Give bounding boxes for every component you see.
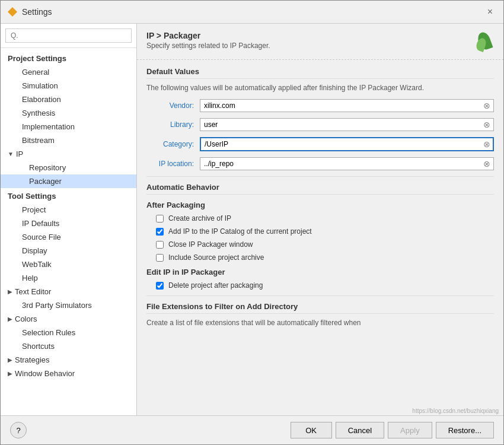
xilinx-logo <box>470 31 494 55</box>
help-button[interactable]: ? <box>10 422 27 438</box>
close-packager-checkbox[interactable] <box>156 241 164 249</box>
category-input[interactable] <box>200 137 494 151</box>
sidebar-item-elaboration[interactable]: Elaboration <box>1 93 136 106</box>
file-extensions-desc: Create a list of file extensions that wi… <box>146 319 494 327</box>
sidebar-item-webtalk[interactable]: WebTalk <box>1 258 136 271</box>
dialog-title: Settings <box>22 7 52 17</box>
sidebar-item-strategies[interactable]: ▶ Strategies <box>1 353 136 367</box>
panel-subtitle: Specify settings related to IP Packager. <box>146 42 270 50</box>
sidebar: Project Settings General Simulation Elab… <box>1 24 137 415</box>
sidebar-item-selection-rules[interactable]: Selection Rules <box>1 326 136 339</box>
close-button[interactable]: × <box>484 5 496 18</box>
edit-ip-section: Edit IP in IP Packager Delete project af… <box>146 268 494 290</box>
add-to-catalog-row: Add IP to the IP Catalog of the current … <box>146 227 494 236</box>
strategies-label: Strategies <box>15 355 50 364</box>
ip-location-label: IP location: <box>146 160 200 168</box>
main-panel: IP > Packager Specify settings related t… <box>137 24 503 415</box>
sidebar-item-implementation[interactable]: Implementation <box>1 120 136 134</box>
default-values-desc: The following values will be automatical… <box>146 84 494 92</box>
sidebar-item-simulation[interactable]: Simulation <box>1 79 136 93</box>
watermark: https://blog.csdn.net/buzhiqxiang <box>137 406 503 415</box>
vendor-input-wrap: ⊗ <box>200 99 494 112</box>
title-bar: Settings × <box>1 1 503 24</box>
tree: Project Settings General Simulation Elab… <box>1 48 136 415</box>
sidebar-item-project[interactable]: Project <box>1 203 136 217</box>
library-label: Library: <box>146 120 200 129</box>
library-input-wrap: ⊗ <box>200 118 494 131</box>
search-box <box>1 24 136 48</box>
vendor-clear-button[interactable]: ⊗ <box>481 101 493 110</box>
category-row: Category: ⊗ <box>146 137 494 151</box>
create-archive-row: Create archive of IP <box>146 214 494 223</box>
auto-behavior-title: Automatic Behavior <box>146 183 494 195</box>
content-area: Project Settings General Simulation Elab… <box>1 24 503 415</box>
delete-project-checkbox[interactable] <box>156 282 164 290</box>
library-clear-button[interactable]: ⊗ <box>481 120 493 129</box>
sidebar-item-colors[interactable]: ▶ Colors <box>1 312 136 326</box>
include-source-checkbox[interactable] <box>156 254 164 262</box>
library-row: Library: ⊗ <box>146 118 494 131</box>
category-clear-button[interactable]: ⊗ <box>481 139 493 149</box>
panel-breadcrumb: IP > Packager <box>146 31 270 40</box>
sidebar-item-general[interactable]: General <box>1 65 136 79</box>
apply-button[interactable]: Apply <box>388 422 432 438</box>
ok-button[interactable]: OK <box>291 422 332 438</box>
colors-arrow: ▶ <box>8 316 12 322</box>
edit-ip-title: Edit IP in IP Packager <box>146 268 494 276</box>
default-values-title: Default Values <box>146 67 494 79</box>
vendor-row: Vendor: ⊗ <box>146 99 494 112</box>
separator1 <box>146 176 494 177</box>
after-packaging-title: After Packaging <box>146 201 494 209</box>
settings-dialog: Settings × Project Settings General Simu… <box>0 0 504 445</box>
strategies-arrow: ▶ <box>8 357 12 363</box>
ip-expand-arrow: ▼ <box>8 151 14 157</box>
sidebar-item-help[interactable]: Help <box>1 271 136 285</box>
ip-location-input[interactable] <box>200 157 494 170</box>
category-label: Category: <box>146 140 200 148</box>
sidebar-item-ip-defaults[interactable]: IP Defaults <box>1 217 136 230</box>
category-input-wrap: ⊗ <box>200 137 494 151</box>
separator2 <box>146 295 494 296</box>
sidebar-item-ip-group[interactable]: ▼ IP <box>1 147 136 161</box>
sidebar-item-3rd-party[interactable]: 3rd Party Simulators <box>1 298 136 312</box>
sidebar-item-source-file[interactable]: Source File <box>1 230 136 244</box>
text-editor-label: Text Editor <box>15 287 51 296</box>
ip-group-label: IP <box>16 150 23 158</box>
sidebar-item-bitstream[interactable]: Bitstream <box>1 134 136 147</box>
title-bar-left: Settings <box>8 7 52 17</box>
delete-project-row: Delete project after packaging <box>146 281 494 290</box>
sidebar-item-synthesis[interactable]: Synthesis <box>1 106 136 120</box>
close-packager-row: Close IP Packager window <box>146 240 494 249</box>
sidebar-item-text-editor[interactable]: ▶ Text Editor <box>1 285 136 298</box>
add-to-catalog-label: Add IP to the IP Catalog of the current … <box>168 227 312 236</box>
cancel-button[interactable]: Cancel <box>336 422 384 438</box>
include-source-label: Include Source project archive <box>168 253 264 262</box>
add-to-catalog-checkbox[interactable] <box>156 228 164 236</box>
ip-location-input-wrap: ⊗ <box>200 157 494 170</box>
window-behavior-arrow: ▶ <box>8 370 12 377</box>
ip-location-row: IP location: ⊗ <box>146 157 494 170</box>
sidebar-item-packager[interactable]: Packager <box>1 174 136 188</box>
panel-content: Default Values The following values will… <box>137 60 503 406</box>
colors-label: Colors <box>15 314 37 323</box>
close-packager-label: Close IP Packager window <box>168 240 253 249</box>
file-extensions-title: File Extensions to Filter on Add Directo… <box>146 302 494 314</box>
include-source-row: Include Source project archive <box>146 253 494 262</box>
create-archive-checkbox[interactable] <box>156 215 164 223</box>
vendor-input[interactable] <box>200 99 494 112</box>
after-packaging-section: After Packaging Create archive of IP Add… <box>146 201 494 262</box>
create-archive-label: Create archive of IP <box>168 214 231 223</box>
ip-location-clear-button[interactable]: ⊗ <box>481 159 493 169</box>
sidebar-item-shortcuts[interactable]: Shortcuts <box>1 339 136 353</box>
delete-project-label: Delete project after packaging <box>168 281 263 290</box>
project-settings-label: Project Settings <box>1 50 136 65</box>
library-input[interactable] <box>200 118 494 131</box>
search-input[interactable] <box>5 28 132 43</box>
app-icon <box>8 7 17 17</box>
vendor-label: Vendor: <box>146 101 200 110</box>
text-editor-arrow: ▶ <box>8 288 12 295</box>
restore-button[interactable]: Restore... <box>436 422 494 438</box>
sidebar-item-display[interactable]: Display <box>1 244 136 258</box>
sidebar-item-window-behavior[interactable]: ▶ Window Behavior <box>1 367 136 380</box>
sidebar-item-repository[interactable]: Repository <box>1 161 136 174</box>
